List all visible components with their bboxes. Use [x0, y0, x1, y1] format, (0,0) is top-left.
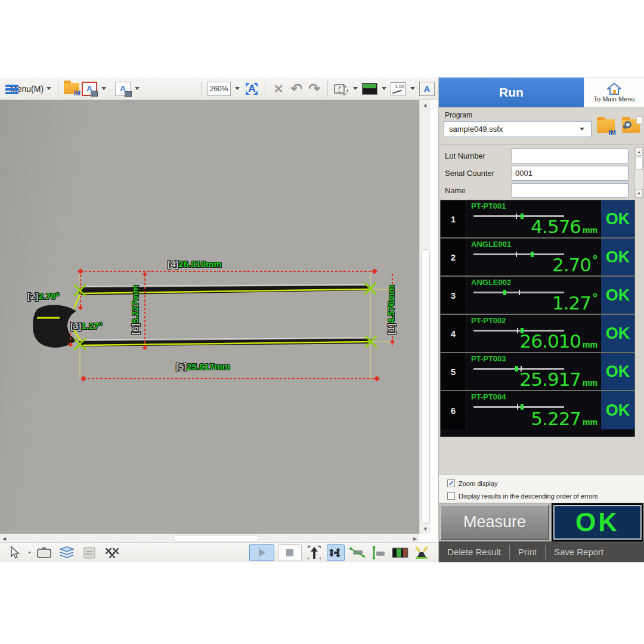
scroll-down-icon[interactable]: ▼ [420, 524, 431, 534]
chevron-down-icon[interactable] [382, 87, 386, 90]
result-row[interactable]: 4 PT-PT002 26.010mm OK [441, 315, 634, 353]
scroll-down-icon[interactable]: ▼ [635, 189, 643, 197]
focus-arrow-icon [307, 546, 321, 560]
open-program-button[interactable]: IM [64, 80, 79, 98]
layers-button[interactable] [58, 544, 76, 561]
point-markers-icon [104, 546, 120, 559]
result-row[interactable]: 3 ANGLE002 1.27° OK [441, 277, 634, 315]
dimension-label-5: [5]25.917mm [176, 361, 230, 371]
stage-icon [36, 547, 52, 559]
option-row[interactable]: Display results in the descending order … [447, 490, 644, 502]
measurement-viewport[interactable]: [2]2.70° [3]1.27° [4]26.010mm [5]25.917m… [0, 100, 419, 534]
dimension-label-3: [3]1.27° [70, 321, 103, 331]
stop-button[interactable] [278, 544, 302, 561]
dropdown-dot-icon[interactable] [29, 552, 30, 553]
language-button[interactable]: A [419, 80, 435, 98]
printer-icon [125, 91, 132, 97]
run-panel: Run To Main Menu Program sample049.ssfx … [438, 78, 644, 562]
region-tool-button[interactable] [333, 80, 349, 98]
zoom-dropdown-icon[interactable] [235, 87, 240, 90]
scrollbar-thumb[interactable] [173, 535, 259, 541]
height-measure-button[interactable] [370, 544, 388, 561]
chevron-down-icon[interactable] [135, 87, 140, 90]
display-options: ✓ Zoom display Display results in the de… [439, 474, 644, 503]
layers-icon [59, 546, 75, 559]
chevron-down-icon[interactable] [353, 87, 358, 90]
display-mode-button[interactable] [391, 544, 409, 561]
footer-button-delete-result[interactable]: Delete Result [439, 545, 509, 559]
chevron-down-icon[interactable] [101, 87, 106, 90]
delete-x-icon: ✕ [274, 83, 284, 95]
floppy-icon [91, 91, 98, 97]
auto-measure-button[interactable] [327, 544, 345, 561]
result-status-badge: OK [601, 315, 634, 352]
display-mode-icon [392, 547, 408, 559]
result-row[interactable]: 2 ANGLE001 2.70° OK [441, 239, 634, 277]
separator [201, 81, 202, 97]
scroll-up-icon[interactable]: ▲ [635, 147, 643, 156]
pattern-button[interactable] [80, 544, 98, 561]
serial-counter-input[interactable] [512, 166, 628, 181]
result-index: 1 [441, 200, 466, 237]
result-name: PT-PT001 [471, 202, 506, 210]
program-select[interactable]: sample049.ssfx [444, 121, 592, 137]
scroll-left-icon[interactable]: ◀ [0, 534, 8, 543]
markers-button[interactable] [103, 544, 121, 561]
result-status-badge: OK [601, 353, 634, 390]
stage-view-button[interactable] [35, 544, 53, 561]
main-toolbar: Menu(M) IM A A 260% A ✕ ↶ ↷ [0, 78, 438, 100]
auto-measure-icon [329, 546, 343, 559]
scroll-up-icon[interactable]: ▲ [420, 100, 431, 110]
stage-light-button[interactable] [413, 544, 431, 561]
name-input[interactable] [512, 183, 628, 198]
delete-button[interactable]: ✕ [271, 80, 286, 98]
result-row[interactable]: 6 PT-PT004 5.227mm OK [441, 391, 634, 429]
to-main-menu-button[interactable]: To Main Menu [584, 78, 644, 107]
result-index: 2 [441, 239, 466, 275]
checkbox[interactable] [447, 492, 455, 500]
separator [265, 81, 265, 97]
scroll-right-icon[interactable]: ▶ [411, 534, 419, 543]
browse-program-button[interactable] [622, 119, 640, 133]
panel-title: Run [439, 78, 584, 107]
lot-number-input[interactable] [512, 148, 628, 163]
menu-button[interactable]: Menu(M) [4, 80, 52, 98]
overall-status-value: OK [553, 505, 642, 540]
undo-button[interactable]: ↶ [289, 80, 304, 98]
scale-button[interactable]: 1.00 [391, 80, 406, 98]
pattern-icon [82, 546, 97, 559]
footer-button-print[interactable]: Print [509, 545, 545, 559]
print-report-button[interactable]: A [115, 80, 131, 98]
result-row[interactable]: 5 PT-PT003 25.917mm OK [441, 353, 634, 391]
fit-view-icon: A [244, 81, 259, 97]
view-toolbar [0, 542, 438, 562]
fields-scrollbar[interactable]: ▲ ▼ [634, 147, 643, 198]
scrollbar-thumb[interactable] [635, 157, 643, 170]
region-tool-icon [334, 82, 348, 95]
zoom-level-field[interactable]: 260% [207, 82, 231, 96]
canvas-horizontal-scrollbar[interactable]: ◀ ▶ [0, 534, 419, 542]
chevron-down-icon[interactable] [410, 87, 415, 90]
canvas-vertical-scrollbar[interactable]: ▲ ▼ [419, 100, 431, 534]
scrollbar-thumb[interactable] [421, 249, 430, 524]
pointer-tool-button[interactable] [6, 544, 24, 561]
fit-view-button[interactable]: A [244, 80, 259, 98]
width-measure-button[interactable] [348, 544, 366, 561]
result-index: 3 [441, 277, 466, 314]
checkbox[interactable]: ✓ [447, 479, 455, 487]
program-section: Program sample049.ssfx IM [439, 107, 644, 144]
application-window: Menu(M) IM A A 260% A ✕ ↶ ↷ [0, 0, 644, 644]
footer-button-save-report[interactable]: Save Report [545, 545, 612, 559]
contrast-button[interactable] [362, 80, 377, 98]
open-program-folder-button[interactable]: IM [597, 119, 615, 133]
run-measure-button[interactable] [249, 544, 274, 561]
cursor-icon [9, 546, 21, 559]
dimension-label-4: [4]26.010mm [168, 259, 222, 269]
lot-number-label: Lot Number [439, 151, 512, 160]
option-row[interactable]: ✓ Zoom display [447, 477, 644, 490]
redo-button[interactable]: ↷ [306, 80, 322, 98]
save-result-button[interactable]: A [82, 80, 97, 98]
focus-button[interactable] [305, 544, 323, 561]
result-row[interactable]: 1 PT-PT001 4.576mm OK [441, 200, 634, 239]
measure-button[interactable]: Measure [440, 504, 549, 540]
